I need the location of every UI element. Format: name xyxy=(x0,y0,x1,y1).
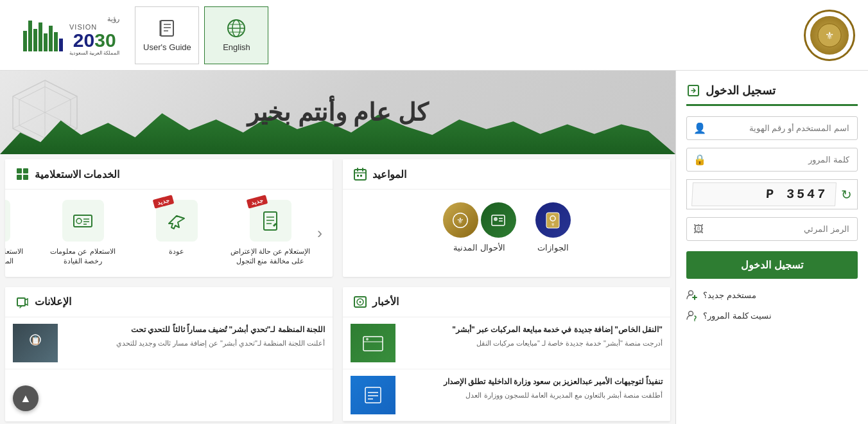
vision-year-label: 2030 xyxy=(69,31,119,50)
username-input-group: 👤 xyxy=(686,116,858,140)
news-thumb-1 xyxy=(351,376,395,414)
appointments-section: المواعيد xyxy=(343,159,670,277)
services-grid: جديد xyxy=(5,200,312,267)
announcement-thumb-icon-0: 📋 xyxy=(22,330,48,356)
main-container: تسجيل الدخول 👤 🔒 ↻ P 3547 🖼 تسجيل الدخول xyxy=(0,71,868,424)
vision-text: رؤية VISION 2030 المملكة العربية السعودي… xyxy=(69,15,119,56)
service-item-2[interactable]: الاستعلام عن معلومات رخصة القيادة xyxy=(41,200,125,267)
services-carousel: ‹ جديد xyxy=(5,190,333,277)
service-icon-wrapper-0: جديد xyxy=(250,200,291,242)
svg-rect-64 xyxy=(17,298,25,306)
passport-logo-2: ⚜ xyxy=(443,202,478,238)
inquiry-services-section: الخدمات الاستعلامية ‹ xyxy=(5,159,333,277)
svg-point-33 xyxy=(494,217,498,221)
header-nav: English User's Guide رؤية VISION 2030 ال… xyxy=(13,6,268,64)
news-icon xyxy=(353,295,367,309)
svg-point-59 xyxy=(366,338,369,340)
news-text-0: "النقل الخاص" إضافة جديدة في خدمة مبايعة… xyxy=(402,324,663,362)
inquiry-services-header: الخدمات الاستعلامية xyxy=(5,159,333,190)
login-links: مستخدم جديد؟ نسيت كلمة المرور؟ xyxy=(686,287,858,324)
svg-text:⚜: ⚜ xyxy=(551,222,555,227)
login-submit-button[interactable]: تسجيل الدخول xyxy=(686,251,858,279)
captcha-input[interactable] xyxy=(710,218,857,240)
vision-kingdom-label: المملكة العربية السعودية xyxy=(69,50,119,56)
english-label: English xyxy=(223,42,250,52)
svg-text:⚜: ⚜ xyxy=(825,30,834,41)
forgot-password-link[interactable]: نسيت كلمة المرور؟ xyxy=(686,307,858,324)
appointments-civil-item[interactable]: ⚜ الأحوال المدنية xyxy=(443,202,516,252)
emblem-icon: ⚜ xyxy=(810,16,849,55)
services-icon xyxy=(15,167,30,181)
header-left: ⚜ xyxy=(804,10,855,61)
captcha-refresh-button[interactable]: ↻ xyxy=(841,187,852,202)
svg-rect-7 xyxy=(161,21,173,36)
password-input[interactable] xyxy=(713,148,857,171)
forgot-password-icon xyxy=(686,310,698,321)
svg-text:📋: 📋 xyxy=(31,335,40,345)
civil-logo-group: ⚜ xyxy=(443,202,516,238)
document-icon xyxy=(259,209,282,233)
svg-point-17 xyxy=(694,321,695,321)
service-item-3[interactable]: الاستعلام عن المخالفات المرورية للزائرين xyxy=(5,200,31,267)
passport-icon: ⚜ xyxy=(542,210,563,231)
plane-icon xyxy=(165,209,188,233)
svg-rect-32 xyxy=(492,215,505,225)
news-header: الأخبار xyxy=(343,287,670,317)
password-input-group: 🔒 xyxy=(686,148,858,172)
bottom-sections: الأخبار "النقل الخاص" إضافة جديدة في خدم… xyxy=(0,282,675,424)
scroll-top-button[interactable]: ▲ xyxy=(13,385,39,411)
username-input[interactable] xyxy=(713,117,857,139)
svg-rect-41 xyxy=(23,175,28,180)
news-item-1[interactable]: تنفيذاً لتوجيهات الأمير عبدالعزيز بن سعو… xyxy=(343,369,670,421)
service-item-0[interactable]: جديد xyxy=(229,200,312,267)
service-icon-2 xyxy=(62,200,104,242)
svg-rect-60 xyxy=(365,387,381,403)
vision-2030-logo: رؤية VISION 2030 المملكة العربية السعودي… xyxy=(13,10,130,61)
saudi-emblem-icon: ⚜ xyxy=(817,22,842,48)
banner: كل عام وأنتم بخير xyxy=(0,71,675,154)
svg-rect-27 xyxy=(357,175,359,177)
content-area: كل عام وأنتم بخير المواعيد xyxy=(0,71,675,424)
news-title: الأخبار xyxy=(353,295,399,309)
login-panel: تسجيل الدخول 👤 🔒 ↻ P 3547 🖼 تسجيل الدخول xyxy=(675,71,868,424)
new-user-link[interactable]: مستخدم جديد؟ xyxy=(686,287,858,303)
svg-point-56 xyxy=(360,301,361,303)
captcha-icon: 🖼 xyxy=(687,224,710,235)
civil-icon xyxy=(488,210,508,231)
carousel-prev-button[interactable]: ‹ xyxy=(312,219,327,247)
service-item-1[interactable]: جديد عودة xyxy=(135,200,218,267)
svg-rect-39 xyxy=(23,168,28,173)
book-icon xyxy=(157,18,177,39)
appointments-passports-item[interactable]: ⚜ الجوازات xyxy=(535,202,571,252)
calendar-icon xyxy=(353,167,367,181)
login-icon xyxy=(686,84,700,98)
civil-logo xyxy=(481,202,516,238)
lock-icon: 🔒 xyxy=(687,154,713,166)
globe-icon xyxy=(226,18,247,39)
news-thumb-0 xyxy=(351,324,395,362)
login-title: تسجيل الدخول xyxy=(686,84,858,106)
user-icon: 👤 xyxy=(687,122,713,134)
english-button[interactable]: English xyxy=(204,6,268,64)
appointments-logos-row: ⚜ الجوازات xyxy=(343,190,670,265)
id-card-icon xyxy=(71,209,94,233)
svg-rect-38 xyxy=(17,168,22,173)
appointments-title: المواعيد xyxy=(353,167,406,181)
news-thumb-icon-0 xyxy=(360,330,386,356)
news-section: الأخبار "النقل الخاص" إضافة جديدة في خدم… xyxy=(343,287,670,421)
appointments-header: المواعيد xyxy=(343,159,670,190)
users-guide-button[interactable]: User's Guide xyxy=(135,6,199,64)
passport-icon-2: ⚜ xyxy=(451,211,470,230)
captcha-input-group: 🖼 xyxy=(686,217,858,241)
captcha-display: ↻ P 3547 xyxy=(686,179,858,209)
captcha-image: P 3547 xyxy=(691,182,837,206)
announcement-thumb-0: 📋 xyxy=(13,324,58,362)
passports-logo: ⚜ xyxy=(535,202,571,238)
announcements-section: الإعلانات اللجنة المنظمة لـ"تحدي أبشر" ت… xyxy=(5,287,333,421)
announcement-item-0[interactable]: اللجنة المنظمة لـ"تحدي أبشر" تُضيف مسارا… xyxy=(5,317,333,369)
news-thumb-icon-1 xyxy=(360,382,386,408)
svg-point-47 xyxy=(76,218,82,224)
new-user-icon xyxy=(686,289,698,301)
news-item-0[interactable]: "النقل الخاص" إضافة جديدة في خدمة مبايعة… xyxy=(343,317,670,369)
announcement-text-0: اللجنة المنظمة لـ"تحدي أبشر" تُضيف مسارا… xyxy=(64,324,325,362)
